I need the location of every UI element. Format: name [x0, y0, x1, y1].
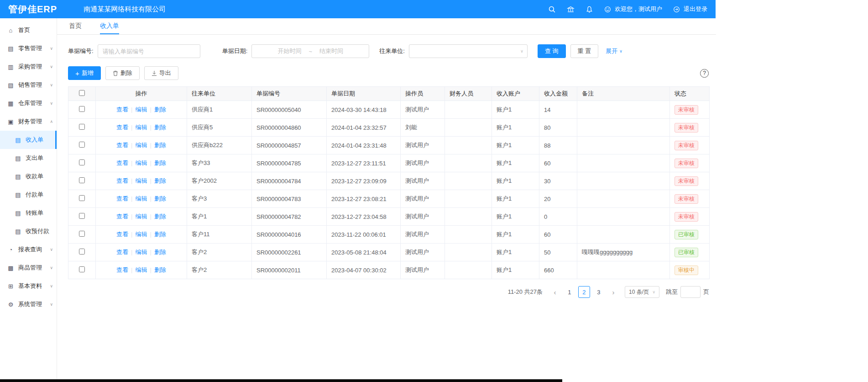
view-link[interactable]: 查看	[116, 231, 128, 238]
view-link[interactable]: 查看	[116, 249, 128, 255]
row-checkbox[interactable]	[79, 231, 85, 237]
tab-income-bill[interactable]: 收入单	[100, 18, 119, 34]
delete-link[interactable]: 删除	[154, 231, 166, 238]
sidebar-item-prepayment[interactable]: ▤ 收预付款	[0, 222, 57, 240]
edit-link[interactable]: 编辑	[136, 195, 147, 202]
user-menu[interactable]: 欢迎您，测试用户	[604, 5, 662, 13]
select-all-checkbox[interactable]	[79, 90, 85, 96]
page-button-2[interactable]: 2	[578, 286, 590, 298]
delete-link[interactable]: 删除	[154, 213, 166, 220]
bank-icon[interactable]	[567, 5, 575, 13]
view-link[interactable]: 查看	[116, 142, 128, 149]
sidebar-item-receipt-bill[interactable]: ▤ 收款单	[0, 167, 57, 186]
row-checkbox[interactable]	[79, 195, 85, 201]
expand-label: 展开	[606, 47, 617, 55]
finance-icon: ▣	[7, 118, 15, 125]
edit-link[interactable]: 编辑	[136, 249, 147, 255]
cell-amount: 60	[539, 154, 577, 172]
sidebar-item-basedata[interactable]: ⊞ 基本资料 ∨	[0, 277, 57, 295]
cell-status: 审核中	[670, 261, 710, 279]
sidebar-item-transfer-bill[interactable]: ▤ 转账单	[0, 204, 57, 222]
sidebar-item-income-bill[interactable]: ▤ 收入单	[0, 131, 57, 149]
prev-page-button[interactable]: ‹	[549, 286, 561, 298]
edit-link[interactable]: 编辑	[136, 142, 147, 149]
edit-link[interactable]: 编辑	[136, 106, 147, 113]
edit-link[interactable]: 编辑	[136, 213, 147, 220]
export-button[interactable]: 导出	[144, 66, 178, 80]
sidebar-item-sales[interactable]: ▧ 销售管理 ∨	[0, 76, 57, 94]
add-button[interactable]: + 新增	[68, 66, 101, 80]
sidebar-item-finance[interactable]: ▣ 财务管理 ∧	[0, 112, 57, 131]
row-checkbox[interactable]	[79, 142, 85, 148]
row-checkbox[interactable]	[79, 249, 85, 255]
cell-account: 账户1	[492, 101, 539, 119]
tab-home[interactable]: 首页	[69, 18, 82, 34]
row-checkbox[interactable]	[79, 159, 85, 165]
cell-partner: 供应商1	[187, 101, 252, 119]
row-checkbox[interactable]	[79, 266, 85, 272]
delete-link[interactable]: 删除	[154, 159, 166, 166]
view-link[interactable]: 查看	[116, 195, 128, 202]
row-checkbox[interactable]	[79, 124, 85, 130]
logout-button[interactable]: 退出登录	[673, 5, 707, 13]
sidebar-item-purchase[interactable]: ▥ 采购管理 ∨	[0, 58, 57, 76]
cell-partner: 供应商5	[187, 119, 252, 137]
delete-link[interactable]: 删除	[154, 124, 166, 131]
status-badge: 未审核	[675, 176, 698, 186]
sidebar-item-label: 商品管理	[18, 264, 42, 272]
bill-no-input[interactable]	[98, 44, 200, 58]
edit-link[interactable]: 编辑	[136, 231, 147, 238]
view-link[interactable]: 查看	[116, 159, 128, 166]
sidebar-item-system[interactable]: ⚙ 系统管理 ∨	[0, 295, 57, 313]
page-size-select[interactable]: 10 条/页 ∨	[625, 286, 659, 298]
sidebar-item-payment-bill[interactable]: ▤ 付款单	[0, 186, 57, 204]
row-checkbox[interactable]	[79, 213, 85, 219]
next-page-button[interactable]: ›	[607, 286, 619, 298]
reset-button[interactable]: 重 置	[570, 44, 599, 58]
sidebar-item-retail[interactable]: ▤ 零售管理 ∨	[0, 39, 57, 58]
delete-button[interactable]: 删除	[105, 66, 140, 80]
view-link[interactable]: 查看	[116, 177, 128, 184]
cell-finance-staff	[445, 261, 492, 279]
cell-operator: 测试用户	[401, 190, 445, 208]
table-header-row: 操作 往来单位 单据编号 单据日期 操作员 财务人员 收入账户 收入金额 备注 …	[68, 87, 710, 101]
edit-link[interactable]: 编辑	[136, 124, 147, 131]
delete-link[interactable]: 删除	[154, 249, 166, 255]
separator: |	[150, 142, 152, 149]
date-range-picker[interactable]: 开始时间 ~ 结束时间	[251, 44, 369, 58]
search-button[interactable]: 查 询	[538, 44, 566, 58]
row-checkbox[interactable]	[79, 177, 85, 183]
chevron-down-icon: ∨	[50, 265, 53, 270]
view-link[interactable]: 查看	[116, 266, 128, 273]
delete-link[interactable]: 删除	[154, 195, 166, 202]
pagination-total: 11-20 共27条	[508, 288, 543, 296]
sidebar-item-goods[interactable]: ▩ 商品管理 ∨	[0, 259, 57, 277]
page-button-3[interactable]: 3	[593, 286, 605, 298]
expand-link[interactable]: 展开 ∨	[606, 47, 622, 55]
edit-link[interactable]: 编辑	[136, 177, 147, 184]
sidebar-item-warehouse[interactable]: ▦ 仓库管理 ∨	[0, 94, 57, 112]
delete-link[interactable]: 删除	[154, 106, 166, 113]
sidebar-item-expense-bill[interactable]: ▤ 支出单	[0, 149, 57, 167]
sidebar-item-home[interactable]: ⌂ 首页	[0, 21, 57, 39]
edit-link[interactable]: 编辑	[136, 266, 147, 273]
view-link[interactable]: 查看	[116, 106, 128, 113]
cell-finance-staff	[445, 208, 492, 226]
bell-icon[interactable]	[586, 5, 593, 13]
page-button-1[interactable]: 1	[564, 286, 575, 298]
view-link[interactable]: 查看	[116, 213, 128, 220]
jump-page-input[interactable]	[680, 286, 701, 298]
cell-actions: 查看|编辑|删除	[96, 172, 187, 190]
sidebar-item-reports[interactable]: ◔ 报表查询 ∨	[0, 240, 57, 259]
welcome-text: 欢迎您，测试用户	[615, 5, 662, 13]
partner-select[interactable]: ∨	[409, 44, 528, 58]
status-badge: 未审核	[675, 123, 698, 133]
delete-link[interactable]: 删除	[154, 142, 166, 149]
edit-link[interactable]: 编辑	[136, 159, 147, 166]
help-icon[interactable]: ?	[700, 69, 709, 78]
view-link[interactable]: 查看	[116, 124, 128, 131]
delete-link[interactable]: 删除	[154, 266, 166, 273]
row-checkbox[interactable]	[79, 106, 85, 112]
delete-link[interactable]: 删除	[154, 177, 166, 184]
search-icon[interactable]	[548, 5, 556, 13]
